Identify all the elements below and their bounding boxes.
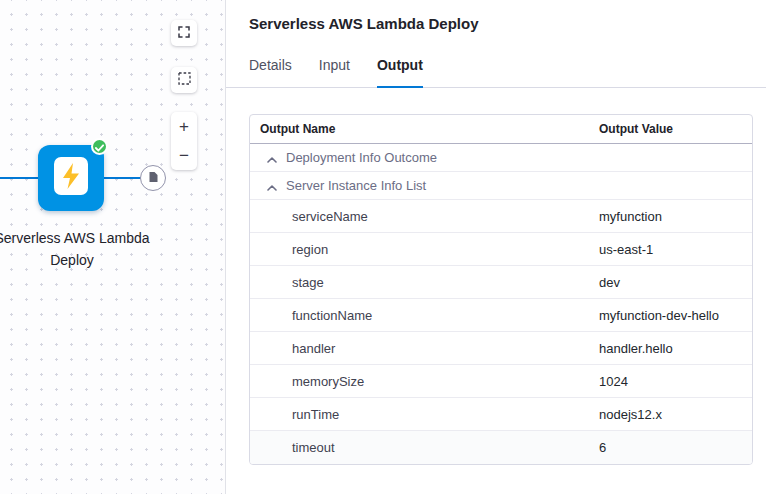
output-value: 1024 [599, 374, 752, 389]
zoom-out-button[interactable]: − [171, 141, 197, 170]
column-header-output-value: Output Value [599, 122, 752, 136]
output-name: functionName [250, 308, 599, 323]
table-row: serviceName myfunction [250, 200, 752, 233]
table-row: timeout 6 [250, 431, 752, 464]
output-name: memorySize [250, 374, 599, 389]
check-icon [95, 138, 104, 156]
zoom-out-icon: − [179, 147, 189, 164]
zoom-in-button[interactable]: + [171, 112, 197, 141]
tab-input[interactable]: Input [319, 57, 350, 87]
tab-output[interactable]: Output [377, 57, 423, 88]
table-row: runTime nodejs12.x [250, 398, 752, 431]
pipeline-canvas[interactable]: + − Serverless AWS Lambda Deploy [0, 0, 225, 494]
output-value: nodejs12.x [599, 407, 752, 422]
table-row: stage dev [250, 266, 752, 299]
output-name: timeout [250, 440, 599, 455]
group-label: Server Instance Info List [286, 178, 426, 193]
node-label: Serverless AWS Lambda Deploy [0, 227, 153, 271]
output-name: handler [250, 341, 599, 356]
output-value: myfunction-dev-hello [599, 308, 752, 323]
chevron-up-icon [267, 149, 277, 167]
group-row-server-instance-info[interactable]: Server Instance Info List [250, 172, 752, 200]
zoom-controls: + − [171, 112, 197, 170]
output-value: dev [599, 275, 752, 290]
output-name: serviceName [250, 209, 599, 224]
output-value: us-east-1 [599, 242, 752, 257]
output-name: region [250, 242, 599, 257]
output-value: myfunction [599, 209, 752, 224]
table-row: region us-east-1 [250, 233, 752, 266]
output-table: Output Name Output Value Deployment Info… [249, 114, 753, 465]
expand-icon [178, 26, 190, 41]
table-row: handler handler.hello [250, 332, 752, 365]
chevron-up-icon [267, 177, 277, 195]
output-value: 6 [599, 440, 752, 455]
page-title: Serverless AWS Lambda Deploy [226, 0, 766, 32]
group-row-deployment-info[interactable]: Deployment Info Outcome [250, 144, 752, 172]
serverless-lambda-icon [53, 156, 89, 200]
output-value: handler.hello [599, 341, 752, 356]
node-output-port[interactable] [140, 165, 166, 191]
document-icon [148, 169, 159, 187]
table-row: memorySize 1024 [250, 365, 752, 398]
status-badge-success [91, 138, 108, 155]
fit-to-screen-button[interactable] [171, 20, 197, 46]
marquee-select-button[interactable] [171, 67, 197, 93]
tab-bar: Details Input Output [226, 57, 766, 88]
group-label: Deployment Info Outcome [286, 150, 437, 165]
output-name: stage [250, 275, 599, 290]
tab-details[interactable]: Details [249, 57, 292, 87]
table-row: functionName myfunction-dev-hello [250, 299, 752, 332]
marquee-select-icon [178, 72, 191, 88]
output-name: runTime [250, 407, 599, 422]
step-details-panel: Serverless AWS Lambda Deploy Details Inp… [225, 0, 766, 494]
table-header-row: Output Name Output Value [250, 115, 752, 144]
zoom-in-icon: + [179, 118, 189, 135]
column-header-output-name: Output Name [250, 122, 599, 136]
